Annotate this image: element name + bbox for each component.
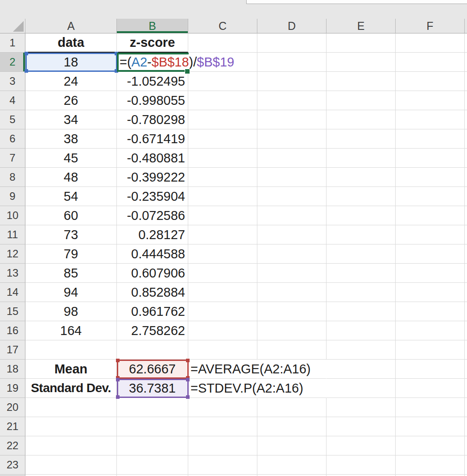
- cell-C4[interactable]: [188, 91, 257, 110]
- cell-B7[interactable]: -0.480881: [117, 149, 188, 168]
- cell-E22[interactable]: [326, 436, 396, 455]
- cell-F23[interactable]: [396, 455, 465, 475]
- cell-A15[interactable]: 98: [25, 302, 117, 321]
- cell-C9[interactable]: [188, 187, 257, 206]
- cell-C21[interactable]: [188, 417, 257, 436]
- cell-D3[interactable]: [257, 72, 326, 91]
- row-header-6[interactable]: 6: [0, 129, 25, 149]
- row-header-9[interactable]: 9: [0, 187, 25, 206]
- cell-D9[interactable]: [257, 187, 326, 206]
- column-header-f[interactable]: F: [396, 19, 465, 33]
- row-header-16[interactable]: 16: [0, 321, 25, 340]
- cell-C2[interactable]: [188, 53, 257, 72]
- cell-F18[interactable]: [396, 360, 465, 379]
- cell-B23[interactable]: [117, 455, 188, 475]
- cell-A6[interactable]: 38: [25, 129, 117, 149]
- cell-C13[interactable]: [188, 264, 257, 283]
- cell-C15[interactable]: [188, 302, 257, 321]
- cell-E1[interactable]: [326, 33, 396, 53]
- cell-E11[interactable]: [326, 225, 396, 244]
- cell-E9[interactable]: [326, 187, 396, 206]
- cell-F15[interactable]: [396, 302, 465, 321]
- cell-F6[interactable]: [396, 129, 465, 149]
- cell-F17[interactable]: [396, 340, 465, 360]
- cell-A4[interactable]: 26: [25, 91, 117, 110]
- cell-E5[interactable]: [326, 110, 396, 129]
- row-header-4[interactable]: 4: [0, 91, 25, 110]
- cell-F3[interactable]: [396, 72, 465, 91]
- cell-D20[interactable]: [257, 398, 326, 417]
- cell-A19[interactable]: Standard Dev.: [25, 379, 117, 398]
- formula-edit-cell-b2[interactable]: =(A2-$B$18)/$B$19: [117, 53, 188, 72]
- cell-D2[interactable]: [257, 53, 326, 72]
- cell-E15[interactable]: [326, 302, 396, 321]
- cell-F13[interactable]: [396, 264, 465, 283]
- cell-A14[interactable]: 94: [25, 283, 117, 302]
- cell-C23[interactable]: [188, 455, 257, 475]
- row-header-5[interactable]: 5: [0, 110, 25, 129]
- row-header-1[interactable]: 1: [0, 33, 25, 53]
- column-header-c[interactable]: C: [188, 19, 257, 33]
- cell-F14[interactable]: [396, 283, 465, 302]
- row-header-7[interactable]: 7: [0, 149, 25, 168]
- cell-B19[interactable]: 36.7381: [117, 379, 188, 398]
- cell-F8[interactable]: [396, 168, 465, 187]
- row-header-13[interactable]: 13: [0, 264, 25, 283]
- cell-D18[interactable]: [257, 360, 326, 379]
- cell-F21[interactable]: [396, 417, 465, 436]
- cell-A12[interactable]: 79: [25, 244, 117, 264]
- cell-F12[interactable]: [396, 244, 465, 264]
- cell-A13[interactable]: 85: [25, 264, 117, 283]
- cell-C11[interactable]: [188, 225, 257, 244]
- cell-C19[interactable]: =STDEV.P(A2:A16): [188, 379, 257, 398]
- row-header-17[interactable]: 17: [0, 340, 25, 360]
- cell-C6[interactable]: [188, 129, 257, 149]
- cell-C18[interactable]: =AVERAGE(A2:A16): [188, 360, 257, 379]
- cell-A17[interactable]: [25, 340, 117, 360]
- cell-E16[interactable]: [326, 321, 396, 340]
- row-header-15[interactable]: 15: [0, 302, 25, 321]
- cell-D1[interactable]: [257, 33, 326, 53]
- cell-F9[interactable]: [396, 187, 465, 206]
- row-header-23[interactable]: 23: [0, 455, 25, 475]
- cell-A23[interactable]: [25, 455, 117, 475]
- cell-F16[interactable]: [396, 321, 465, 340]
- column-header-e[interactable]: E: [326, 19, 396, 33]
- cell-C14[interactable]: [188, 283, 257, 302]
- cell-C20[interactable]: [188, 398, 257, 417]
- cell-E3[interactable]: [326, 72, 396, 91]
- row-header-11[interactable]: 11: [0, 225, 25, 244]
- cell-A9[interactable]: 54: [25, 187, 117, 206]
- cell-C5[interactable]: [188, 110, 257, 129]
- cell-D22[interactable]: [257, 436, 326, 455]
- cell-D6[interactable]: [257, 129, 326, 149]
- cell-A7[interactable]: 45: [25, 149, 117, 168]
- cell-F7[interactable]: [396, 149, 465, 168]
- row-header-10[interactable]: 10: [0, 206, 25, 225]
- cell-E12[interactable]: [326, 244, 396, 264]
- column-header-b[interactable]: B: [117, 19, 188, 33]
- cell-E13[interactable]: [326, 264, 396, 283]
- cell-A22[interactable]: [25, 436, 117, 455]
- row-header-21[interactable]: 21: [0, 417, 25, 436]
- cell-F5[interactable]: [396, 110, 465, 129]
- cell-D15[interactable]: [257, 302, 326, 321]
- cell-D4[interactable]: [257, 91, 326, 110]
- cell-A18[interactable]: Mean: [25, 360, 117, 379]
- cell-B22[interactable]: [117, 436, 188, 455]
- cell-D23[interactable]: [257, 455, 326, 475]
- cell-A21[interactable]: [25, 417, 117, 436]
- cell-C1[interactable]: [188, 33, 257, 53]
- row-header-2[interactable]: 2: [0, 53, 25, 72]
- cell-A5[interactable]: 34: [25, 110, 117, 129]
- cell-A11[interactable]: 73: [25, 225, 117, 244]
- row-header-18[interactable]: 18: [0, 360, 25, 379]
- cell-E20[interactable]: [326, 398, 396, 417]
- cell-E18[interactable]: [326, 360, 396, 379]
- cell-D17[interactable]: [257, 340, 326, 360]
- cell-C3[interactable]: [188, 72, 257, 91]
- cell-A10[interactable]: 60: [25, 206, 117, 225]
- cell-E17[interactable]: [326, 340, 396, 360]
- cell-A2[interactable]: 18: [25, 53, 117, 72]
- cell-D8[interactable]: [257, 168, 326, 187]
